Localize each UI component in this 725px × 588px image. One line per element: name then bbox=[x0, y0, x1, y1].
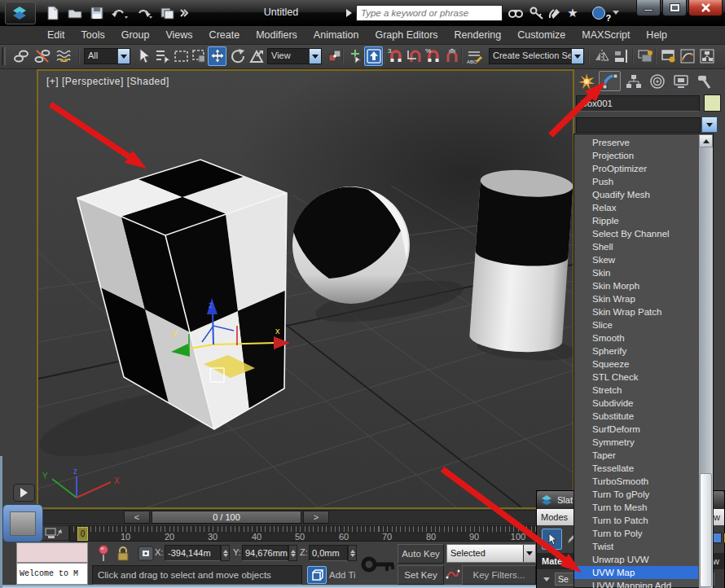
modifier-item[interactable]: SurfDeform bbox=[574, 423, 698, 436]
close-button[interactable] bbox=[688, 0, 723, 16]
tab-modify[interactable] bbox=[599, 71, 621, 91]
modifier-item[interactable]: Spherify bbox=[574, 344, 698, 358]
snap-toggle-3d-icon[interactable] bbox=[386, 46, 405, 66]
set-key-button[interactable]: Set Key bbox=[398, 565, 444, 585]
dropdown-arrow-icon[interactable] bbox=[117, 49, 130, 64]
favorites-star-icon[interactable] bbox=[564, 5, 582, 21]
modifier-item[interactable]: Preserve bbox=[574, 136, 698, 149]
select-and-move-icon[interactable] bbox=[208, 46, 226, 66]
select-by-name-icon[interactable] bbox=[153, 46, 172, 66]
help-caret-icon[interactable] bbox=[611, 5, 621, 21]
modifier-list-arrow-icon[interactable] bbox=[701, 116, 718, 133]
maxscript-mini-listener[interactable]: Welcome to M bbox=[16, 563, 88, 585]
modifier-item[interactable]: Unwrap UVW bbox=[574, 553, 698, 566]
ribbon-toggle-icon[interactable] bbox=[658, 46, 677, 66]
x-coordinate-field[interactable]: -394,144m bbox=[165, 545, 221, 561]
mirror-icon[interactable] bbox=[592, 46, 611, 66]
modifier-item[interactable]: ProOptimizer bbox=[574, 162, 698, 175]
help-icon[interactable] bbox=[588, 5, 609, 21]
menu-item[interactable]: Animation bbox=[314, 29, 359, 41]
menu-item[interactable]: MAXScript bbox=[582, 29, 630, 41]
track-bar-ruler[interactable]: 0 0102030405060708090100 bbox=[69, 525, 539, 542]
bind-to-spacewarp-icon[interactable] bbox=[54, 46, 72, 66]
modifier-item[interactable]: Shell bbox=[574, 240, 698, 253]
expand-listener-button[interactable] bbox=[13, 484, 35, 502]
schematic-view-icon[interactable] bbox=[697, 46, 716, 66]
tab-hierarchy[interactable] bbox=[622, 71, 644, 91]
menu-item[interactable]: Graph Editors bbox=[375, 29, 437, 41]
maxscript-macro-recorder-field[interactable] bbox=[16, 542, 88, 563]
new-scene-icon[interactable] bbox=[44, 5, 62, 21]
menu-item[interactable]: Create bbox=[209, 29, 240, 41]
modifier-item[interactable]: Skin Wrap Patch bbox=[574, 305, 698, 318]
curve-editor-icon[interactable] bbox=[678, 46, 696, 66]
rectangular-selection-region-icon[interactable] bbox=[172, 46, 191, 66]
dropdown-arrow-icon[interactable] bbox=[523, 545, 535, 562]
communication-center-icon[interactable] bbox=[546, 5, 564, 21]
search-expand-icon[interactable] bbox=[344, 5, 354, 21]
modifier-item[interactable]: Substitute bbox=[574, 410, 698, 423]
object-color-swatch[interactable] bbox=[704, 94, 721, 112]
cylinder-object[interactable] bbox=[468, 167, 573, 363]
viewport-canvas[interactable]: x y z z Y X bbox=[38, 71, 573, 507]
next-frame-button[interactable]: > bbox=[303, 511, 329, 524]
modifier-item[interactable]: Stretch bbox=[574, 384, 698, 397]
key-filters-curve-icon[interactable] bbox=[446, 568, 460, 586]
search-icon[interactable] bbox=[507, 5, 525, 21]
tab-motion[interactable] bbox=[646, 71, 668, 91]
application-menu-button[interactable] bbox=[5, 2, 36, 24]
object-name-field[interactable]: Box001 bbox=[576, 95, 700, 112]
toolbar-drag-handle[interactable] bbox=[2, 47, 6, 65]
y-coordinate-field[interactable]: 94,676mm bbox=[242, 545, 288, 561]
dropdown-arrow-icon[interactable] bbox=[571, 49, 583, 64]
modifier-item[interactable]: Symmetry bbox=[574, 436, 698, 449]
modifier-item[interactable]: UVW Map bbox=[574, 566, 698, 579]
select-and-rotate-icon[interactable] bbox=[229, 46, 248, 66]
z-coordinate-field[interactable]: 0,0mm bbox=[309, 545, 348, 561]
time-slider-handle[interactable]: 0 / 100 bbox=[152, 511, 301, 524]
modifier-item[interactable]: Taper bbox=[574, 449, 698, 462]
scrollbar-thumb[interactable] bbox=[700, 473, 712, 587]
menu-item[interactable]: Rendering bbox=[455, 29, 502, 41]
reference-coordinate-system-dropdown[interactable]: View bbox=[267, 48, 322, 64]
modifier-item[interactable]: Skin bbox=[574, 266, 698, 279]
modifier-item[interactable]: Skin Wrap bbox=[574, 292, 698, 305]
menu-item[interactable]: Edit bbox=[47, 29, 65, 41]
modifier-item[interactable]: Twist bbox=[574, 540, 698, 553]
tab-utilities[interactable] bbox=[693, 71, 715, 91]
modifier-item[interactable]: Turn to Patch bbox=[574, 514, 698, 527]
select-and-scale-icon[interactable] bbox=[247, 46, 266, 66]
absolute-mode-transform-icon[interactable] bbox=[137, 545, 155, 565]
use-pivot-point-icon[interactable] bbox=[325, 46, 344, 66]
current-frame-marker[interactable]: 0 bbox=[77, 527, 88, 541]
modifier-item[interactable]: Squeeze bbox=[574, 358, 698, 371]
menu-item[interactable]: Help bbox=[646, 29, 667, 41]
modifier-item[interactable]: Turn To gPoly bbox=[574, 488, 698, 501]
select-and-manipulate-icon[interactable] bbox=[345, 46, 364, 66]
previous-frame-button[interactable]: < bbox=[124, 511, 150, 524]
redo-icon[interactable] bbox=[134, 5, 155, 21]
key-mode-dropdown[interactable]: Selected bbox=[446, 544, 536, 563]
modifier-item[interactable]: Push bbox=[574, 175, 698, 188]
tab-display[interactable] bbox=[670, 71, 692, 91]
modifier-item[interactable]: Projection bbox=[574, 149, 698, 162]
edit-named-selection-sets-icon[interactable] bbox=[464, 46, 483, 66]
modifier-item[interactable]: Skin Morph bbox=[574, 279, 698, 292]
add-time-tag-button[interactable]: Add Ti bbox=[329, 570, 355, 580]
layer-manager-icon[interactable] bbox=[635, 46, 654, 66]
slate-menu-modes[interactable]: Modes bbox=[541, 512, 568, 522]
menu-item[interactable]: Views bbox=[165, 29, 192, 41]
modifier-item[interactable]: Slice bbox=[574, 318, 698, 331]
modifier-item[interactable]: Smooth bbox=[574, 331, 698, 344]
modifier-list-field[interactable] bbox=[576, 117, 701, 133]
dropdown-arrow-icon[interactable] bbox=[309, 49, 321, 64]
menu-item[interactable]: Modifiers bbox=[256, 29, 297, 41]
modifier-item[interactable]: UVW Mapping Add bbox=[574, 579, 698, 588]
modifier-item[interactable]: Turn to Mesh bbox=[574, 501, 698, 514]
menu-item[interactable]: Customize bbox=[517, 29, 565, 41]
slate-search-caret-icon[interactable] bbox=[543, 577, 550, 585]
scrollbar-up-icon[interactable] bbox=[699, 134, 713, 147]
perspective-viewport[interactable]: [+] [Perspective] [Shaded] bbox=[37, 69, 574, 509]
z-spinner[interactable] bbox=[348, 545, 357, 561]
modifier-item[interactable]: TurboSmooth bbox=[574, 475, 698, 488]
